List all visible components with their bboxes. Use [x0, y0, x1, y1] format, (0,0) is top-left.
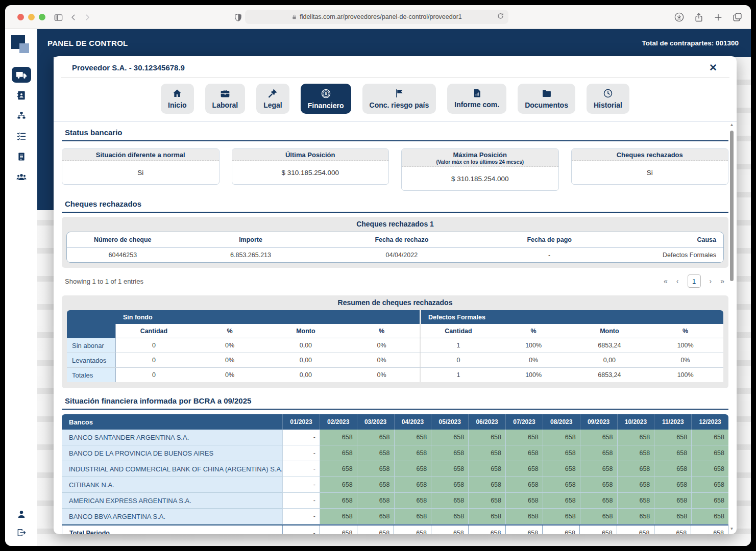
- section-cheques: Cheques rechazados: [65, 199, 725, 208]
- reload-icon[interactable]: [497, 12, 504, 21]
- section-underline: [62, 140, 728, 141]
- page-header: PANEL DE CONTROL Total de contrapartes: …: [37, 29, 751, 57]
- cell: 658: [580, 430, 617, 445]
- tab-conc-riesgo-pais[interactable]: Conc. riesgo país: [362, 84, 436, 114]
- resumen-group-header: Sin fondo Defectos Formales: [67, 310, 723, 324]
- downloads-icon[interactable]: [673, 11, 686, 23]
- cell: 658: [691, 509, 728, 524]
- close-window-button[interactable]: [17, 14, 24, 20]
- cell: 658: [580, 525, 617, 534]
- cell: 0%: [344, 338, 420, 353]
- cell: -: [282, 493, 320, 509]
- cell: 658: [617, 509, 654, 524]
- cell: 6853,24: [572, 368, 648, 382]
- cell: 658: [691, 445, 728, 461]
- sidebar-item-usuarios[interactable]: [12, 169, 31, 185]
- logout-icon[interactable]: [16, 528, 27, 540]
- cell: 658: [543, 461, 580, 477]
- cell: 658: [468, 445, 505, 461]
- url-field[interactable]: fidelitas.com.ar/proveedores/panel-de-co…: [245, 10, 508, 24]
- tab-financiero[interactable]: $ Financiero: [301, 84, 351, 114]
- forward-icon[interactable]: [81, 11, 93, 23]
- group-defectos-formales: Defectos Formales: [420, 310, 723, 324]
- subcol: Monto: [572, 324, 648, 338]
- card-ultima-posicion: Última Posición $ 310.185.254.000: [232, 148, 389, 185]
- sidebar-item-organigrama[interactable]: [12, 108, 31, 123]
- tab-informe-comercial[interactable]: Informe com.: [447, 84, 506, 114]
- cell: 658: [506, 525, 543, 534]
- bank-name: BANCO SANTANDER ARGENTINA S.A.: [62, 430, 282, 445]
- tab-legal[interactable]: Legal: [256, 84, 289, 114]
- bank-name: INDUSTRIAL AND COMMERCIAL BANK OF CHINA …: [62, 461, 282, 477]
- cell: 658: [431, 477, 468, 493]
- share-icon[interactable]: [692, 11, 705, 23]
- cell: 0%: [192, 368, 268, 382]
- cell: 658: [468, 461, 505, 477]
- main-area: PANEL DE CONTROL Total de contrapartes: …: [37, 29, 751, 546]
- minimize-window-button[interactable]: [28, 14, 35, 20]
- cell-fecha-rechazo: 04/04/2022: [323, 247, 481, 262]
- tab-documentos[interactable]: Documentos: [518, 84, 575, 114]
- scroll-up-icon[interactable]: ▲: [728, 122, 735, 127]
- close-icon[interactable]: ✕: [709, 63, 717, 72]
- sidebar-item-proveedores[interactable]: [12, 67, 31, 83]
- cell: 0%: [496, 353, 572, 367]
- coin-icon: $: [321, 88, 331, 99]
- tab-inicio[interactable]: Inicio: [161, 84, 194, 114]
- cell: 658: [505, 445, 543, 461]
- cell: 658: [580, 493, 617, 509]
- scroll-down-icon[interactable]: ▼: [728, 527, 735, 531]
- privacy-shield-icon[interactable]: [232, 11, 244, 23]
- col-month: 11/2023: [654, 414, 691, 430]
- col-fecha-pago: Fecha de pago: [480, 232, 618, 247]
- resumen-panel: Resumen de cheques rechazados Sin fondo …: [62, 295, 728, 388]
- screen: fidelitas.com.ar/proveedores/panel-de-co…: [0, 0, 756, 551]
- cell: 0,00: [268, 338, 344, 353]
- row-label: Sin abonar: [67, 338, 116, 353]
- cell: 658: [357, 477, 394, 493]
- header-strip: [37, 57, 54, 210]
- bcra-table-header: Bancos 01/202302/202303/202304/202305/20…: [62, 414, 728, 430]
- cell: 0: [116, 353, 192, 367]
- sidebar-item-tareas[interactable]: [12, 128, 31, 144]
- clock-icon: [603, 88, 613, 98]
- scrollbar-thumb[interactable]: [730, 131, 734, 281]
- profile-icon[interactable]: [16, 509, 27, 521]
- tab-historial[interactable]: Historial: [587, 84, 629, 114]
- cell: 100%: [647, 338, 723, 353]
- modal-title-row: Proveedor S.A. - 30.12345678.9 ✕: [61, 56, 729, 78]
- section-underline: [62, 409, 728, 410]
- page-first-button[interactable]: «: [664, 277, 668, 285]
- status-cards: Situación diferente a normal Si Última P…: [62, 148, 728, 191]
- zoom-window-button[interactable]: [39, 14, 45, 20]
- page-next-button[interactable]: ›: [710, 277, 712, 285]
- sidebar-toggle-icon[interactable]: [52, 11, 64, 23]
- col-month: 09/2023: [580, 414, 617, 430]
- tab-laboral[interactable]: Laboral: [205, 84, 246, 114]
- page-title: PANEL DE CONTROL: [47, 39, 128, 47]
- cell: 1: [420, 338, 496, 353]
- cell: 658: [654, 509, 691, 524]
- page-number[interactable]: 1: [688, 274, 701, 288]
- cell: 658: [468, 477, 505, 493]
- back-icon[interactable]: [67, 11, 80, 23]
- cell: 658: [357, 509, 394, 524]
- col-importe: Importe: [179, 232, 323, 247]
- sidebar-item-contactos[interactable]: [12, 87, 31, 103]
- cell: 0: [116, 338, 192, 353]
- cell: 658: [394, 461, 431, 477]
- tab-overview-icon[interactable]: [731, 11, 744, 23]
- gavel-icon: [267, 88, 278, 98]
- toolbar-right-icons: [673, 11, 744, 23]
- sidebar-item-informes[interactable]: [12, 148, 31, 164]
- page-last-button[interactable]: »: [720, 277, 724, 285]
- resumen-row: Sin abonar 0 0% 0,00 0% 1 100% 6853,24 1…: [67, 338, 723, 353]
- cell: 658: [617, 445, 654, 461]
- bank-row: BANCO BBVA ARGENTINA S.A. - 658 658 658 …: [62, 509, 728, 524]
- new-tab-icon[interactable]: [712, 11, 724, 23]
- card-value: Si: [62, 161, 219, 184]
- col-month: 04/2023: [394, 414, 431, 430]
- page-prev-button[interactable]: ‹: [676, 277, 679, 285]
- cell: 658: [654, 461, 691, 477]
- total-periodo-row: Total Periodo - 658 658 658 658 658 658 …: [62, 524, 728, 534]
